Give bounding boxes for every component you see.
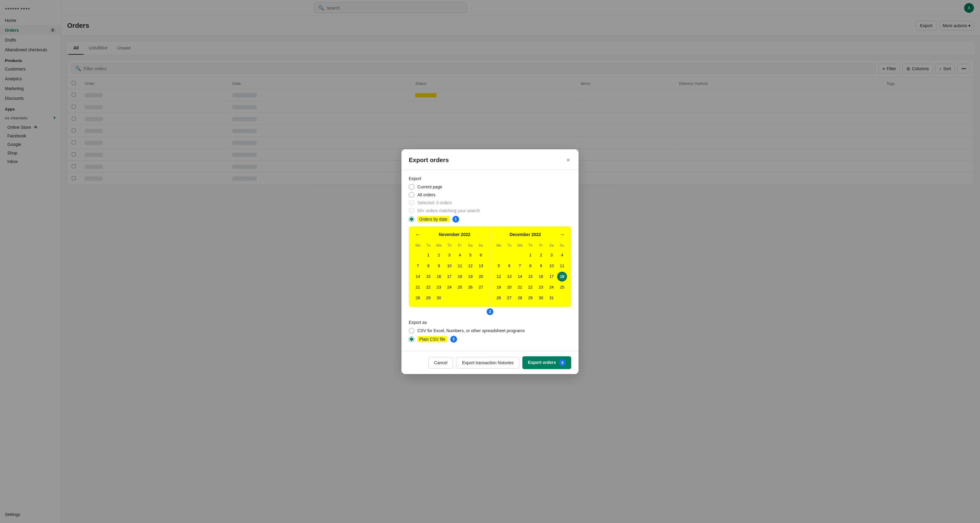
- nov-month-name: November 2022: [423, 232, 486, 237]
- calendar-grid: ← November 2022 Mo Tu We Th Fr Sa Su: [409, 227, 571, 307]
- nov-day-3[interactable]: 3: [444, 250, 454, 260]
- dec-day-1[interactable]: 1: [525, 250, 535, 260]
- nov-day-18[interactable]: 18: [455, 272, 465, 281]
- radio-current-page[interactable]: Current page: [409, 184, 571, 189]
- nov-day-5[interactable]: 5: [466, 250, 475, 260]
- radio-matching[interactable]: 50+ orders matching your search: [409, 208, 571, 213]
- radio-orders-by-date[interactable]: Orders by date 1: [409, 216, 571, 223]
- nov-day-24[interactable]: 24: [444, 282, 454, 292]
- dec-day-18[interactable]: 18: [557, 272, 567, 281]
- nov-day-25[interactable]: 25: [455, 282, 465, 292]
- dec-weekdays: Mo Tu We Th Fr Sa Su: [494, 242, 567, 249]
- dec-day-31[interactable]: 31: [547, 293, 557, 303]
- dec-day-30[interactable]: 30: [536, 293, 546, 303]
- dec-days: 1 2 3 4 5 6 7 8 9 10 11 12 13: [494, 250, 567, 303]
- nov-day-6[interactable]: 6: [476, 250, 486, 260]
- dec-day-22[interactable]: 22: [525, 282, 535, 292]
- dec-day-7[interactable]: 7: [515, 261, 525, 271]
- export-orders-button[interactable]: Export orders 4: [522, 356, 571, 369]
- radio-plain-csv[interactable]: Plain CSV file 3: [409, 336, 571, 343]
- nov-day-11[interactable]: 11: [455, 261, 465, 271]
- dec-header: December 2022 →: [494, 230, 567, 239]
- dec-day-5[interactable]: 5: [494, 261, 504, 271]
- dec-day-25[interactable]: 25: [557, 282, 567, 292]
- nov-day-22[interactable]: 22: [423, 282, 433, 292]
- radio-all-orders-input[interactable]: [409, 192, 414, 197]
- radio-plain-csv-input[interactable]: [409, 337, 414, 342]
- next-month-button[interactable]: →: [557, 230, 567, 239]
- nov-day-13[interactable]: 13: [476, 261, 486, 271]
- radio-current-page-input[interactable]: [409, 184, 414, 189]
- export-as-label: Export as: [409, 320, 571, 325]
- dec-day-24[interactable]: 24: [547, 282, 557, 292]
- dec-day-27[interactable]: 27: [504, 293, 514, 303]
- prev-month-button[interactable]: ←: [413, 230, 423, 239]
- dec-day-21[interactable]: 21: [515, 282, 525, 292]
- annotation-2: 2: [487, 308, 493, 315]
- nov-day-19[interactable]: 19: [466, 272, 475, 281]
- nov-day-8[interactable]: 8: [423, 261, 433, 271]
- radio-selected-input: [409, 200, 414, 205]
- export-orders-modal: Export orders × Export Current page All …: [401, 149, 579, 374]
- dec-day-14[interactable]: 14: [515, 272, 525, 281]
- nov-day-4[interactable]: 4: [455, 250, 465, 260]
- dec-day-4[interactable]: 4: [557, 250, 567, 260]
- dec-day-6[interactable]: 6: [504, 261, 514, 271]
- nov-weekdays: Mo Tu We Th Fr Sa Su: [413, 242, 486, 249]
- dec-day-20[interactable]: 20: [504, 282, 514, 292]
- calendar-container: ← November 2022 Mo Tu We Th Fr Sa Su: [409, 226, 571, 307]
- nov-day-26[interactable]: 26: [466, 282, 475, 292]
- modal-close-button[interactable]: ×: [565, 156, 571, 165]
- dec-day-3[interactable]: 3: [547, 250, 557, 260]
- dec-day-29[interactable]: 29: [525, 293, 535, 303]
- november-calendar: ← November 2022 Mo Tu We Th Fr Sa Su: [409, 227, 490, 307]
- nov-day-21[interactable]: 21: [413, 282, 423, 292]
- dec-day-9[interactable]: 9: [536, 261, 546, 271]
- nov-day-23[interactable]: 23: [434, 282, 444, 292]
- radio-csv-excel[interactable]: CSV for Excel, Numbers, or other spreads…: [409, 328, 571, 334]
- dec-day-23[interactable]: 23: [536, 282, 546, 292]
- modal-body: Export Current page All orders Selected:…: [401, 170, 579, 351]
- dec-day-13[interactable]: 13: [504, 272, 514, 281]
- dec-day-26[interactable]: 26: [494, 293, 504, 303]
- dec-day-10[interactable]: 10: [547, 261, 557, 271]
- annotation-3: 3: [450, 336, 457, 343]
- cancel-button[interactable]: Cancel: [428, 357, 453, 369]
- nov-day-2[interactable]: 2: [434, 250, 444, 260]
- nov-day-1[interactable]: 1: [423, 250, 433, 260]
- nov-day-27[interactable]: 27: [476, 282, 486, 292]
- nov-day-15[interactable]: 15: [423, 272, 433, 281]
- nov-day-17[interactable]: 17: [444, 272, 454, 281]
- nov-day-30[interactable]: 30: [434, 293, 444, 303]
- nov-header: ← November 2022: [413, 230, 486, 239]
- dec-day-28[interactable]: 28: [515, 293, 525, 303]
- nov-day-14[interactable]: 14: [413, 272, 423, 281]
- annotation-4: 4: [559, 359, 566, 366]
- nov-day-20[interactable]: 20: [476, 272, 486, 281]
- export-histories-button[interactable]: Export transaction histories: [456, 357, 519, 369]
- export-as-section: Export as CSV for Excel, Numbers, or oth…: [409, 320, 571, 343]
- radio-all-orders[interactable]: All orders: [409, 192, 571, 197]
- dec-day-19[interactable]: 19: [494, 282, 504, 292]
- nov-day-28[interactable]: 28: [413, 293, 423, 303]
- radio-selected[interactable]: Selected: 0 orders: [409, 200, 571, 205]
- dec-day-2[interactable]: 2: [536, 250, 546, 260]
- dec-day-17[interactable]: 17: [547, 272, 557, 281]
- nov-day-7[interactable]: 7: [413, 261, 423, 271]
- modal-header: Export orders ×: [401, 149, 579, 170]
- nov-day-16[interactable]: 16: [434, 272, 444, 281]
- modal-overlay[interactable]: Export orders × Export Current page All …: [0, 0, 980, 523]
- nov-days: 1 2 3 4 5 6 7 8 9 10 11 12 13: [413, 250, 486, 303]
- dec-day-11[interactable]: 11: [557, 261, 567, 271]
- export-section-label: Export: [409, 176, 571, 181]
- dec-day-12[interactable]: 12: [494, 272, 504, 281]
- nov-day-10[interactable]: 10: [444, 261, 454, 271]
- nov-day-29[interactable]: 29: [423, 293, 433, 303]
- nov-day-12[interactable]: 12: [466, 261, 475, 271]
- dec-day-15[interactable]: 15: [525, 272, 535, 281]
- dec-day-16[interactable]: 16: [536, 272, 546, 281]
- radio-by-date-input[interactable]: [409, 216, 414, 222]
- nov-day-9[interactable]: 9: [434, 261, 444, 271]
- radio-csv-excel-input[interactable]: [409, 328, 414, 334]
- dec-day-8[interactable]: 8: [525, 261, 535, 271]
